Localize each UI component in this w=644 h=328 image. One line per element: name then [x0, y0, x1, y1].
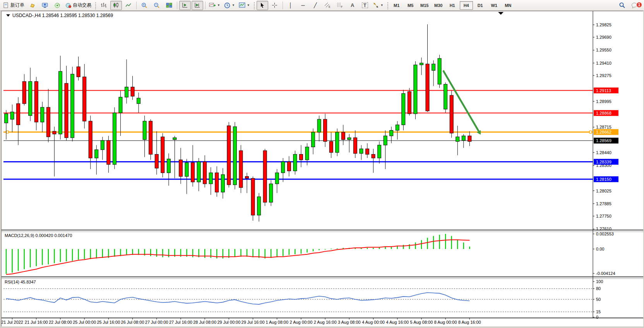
macd-histogram-bar — [90, 249, 91, 259]
candle-body — [336, 132, 339, 152]
time-tick-label: 28 Jul 08:00 — [193, 320, 216, 325]
horizontal-line-button[interactable]: ─ — [297, 1, 309, 10]
chart-shift-icon — [182, 2, 188, 8]
price-chart[interactable]: 1.298251.296901.295501.294101.292751.289… — [2, 11, 643, 326]
toolbar-grip — [94, 2, 96, 9]
candle-body — [77, 67, 80, 77]
candle-body — [83, 77, 86, 121]
time-tick-label: 25 Jul 16:00 — [97, 320, 120, 325]
time-tick-label: 22 Jul 08:00 — [49, 320, 72, 325]
candlestick-chart-button[interactable] — [110, 1, 122, 10]
macd-label: MACD(12,26,9) 0.000420 0.001470 — [5, 233, 72, 238]
label-tool-button[interactable]: T — [359, 1, 371, 10]
timeframe-button-h1[interactable]: H1 — [446, 1, 459, 10]
candlestick-chart-icon — [113, 2, 119, 8]
fibonacci-button[interactable]: F — [334, 1, 346, 10]
text-tool-button[interactable]: A — [347, 1, 358, 10]
chart-background[interactable] — [2, 11, 643, 326]
chart-shift-button[interactable] — [179, 1, 191, 10]
line-chart-button[interactable] — [123, 1, 134, 10]
zoom-in-button[interactable] — [139, 1, 150, 10]
candle-body — [396, 125, 399, 130]
add-indicator-button[interactable]: ▼ — [207, 1, 222, 10]
candle-body — [95, 150, 98, 158]
vertical-line-button[interactable]: │ — [285, 1, 296, 10]
price-tick-label: 1.29690 — [596, 35, 611, 39]
chart-title: USDCAD-,H4 1.28546 1.28595 1.28530 1.285… — [12, 13, 113, 18]
new-order-label: 新订单 — [10, 2, 24, 9]
fibonacci-icon: F — [337, 2, 343, 8]
line-handle[interactable] — [6, 131, 9, 133]
zoom-out-icon — [154, 2, 160, 9]
timeframe-button-m15[interactable]: M15 — [418, 1, 431, 10]
timeframe-button-m1[interactable]: M1 — [390, 1, 403, 10]
candle-body — [317, 119, 321, 132]
macd-histogram-bar — [211, 249, 211, 258]
bar-chart-icon — [101, 2, 107, 8]
line-handle[interactable] — [589, 131, 592, 133]
price-level-badge-label: 1.28569 — [596, 138, 611, 143]
candle-body — [251, 178, 255, 215]
macd-histogram-bar — [409, 244, 410, 249]
timeframe-button-h4[interactable]: H4 — [460, 1, 473, 10]
macd-histogram-bar — [42, 249, 43, 265]
macd-histogram-bar — [240, 249, 241, 257]
candle-body — [378, 145, 381, 158]
candle-body — [450, 95, 453, 133]
crosshair-icon — [272, 2, 277, 8]
time-tick-label: 29 Jul 16:00 — [242, 320, 265, 325]
macd-histogram-bar — [48, 249, 49, 264]
candle-body — [402, 93, 405, 125]
auto-scroll-button[interactable] — [192, 1, 203, 10]
candle-body — [137, 98, 140, 103]
time-tick-label: 3 Aug 08:00 — [338, 320, 361, 325]
gold-icon — [29, 3, 36, 8]
candle-body — [360, 149, 363, 153]
macd-histogram-bar — [427, 238, 428, 249]
price-tick-label: 1.29825 — [596, 22, 611, 27]
market-watch-button[interactable] — [27, 1, 38, 10]
timeframe-button-mn[interactable]: MN — [502, 1, 515, 10]
macd-histogram-bar — [150, 249, 151, 256]
candle-body — [161, 137, 164, 173]
periods-button[interactable]: ▼ — [223, 1, 236, 10]
cursor-button[interactable] — [257, 1, 268, 10]
equidistant-channel-button[interactable]: E — [322, 1, 334, 10]
time-tick-label: 4 Aug 00:00 — [362, 320, 385, 325]
candle-body — [71, 74, 74, 137]
macd-histogram-bar — [126, 249, 127, 255]
timeframe-button-d1[interactable]: D1 — [474, 1, 487, 10]
candle-body — [414, 65, 417, 114]
candle-body — [245, 177, 249, 179]
rsi-tick-label: 0 — [596, 315, 598, 319]
macd-histogram-bar — [439, 235, 440, 249]
notifications-button[interactable]: 1 — [629, 1, 640, 10]
tile-windows-button[interactable] — [163, 1, 175, 10]
signals-button[interactable] — [51, 1, 63, 10]
zoom-out-button[interactable] — [151, 1, 163, 10]
shapes-button[interactable]: ▼ — [372, 1, 385, 10]
timeframe-button-w1[interactable]: W1 — [488, 1, 501, 10]
timeframe-button-m30[interactable]: M30 — [432, 1, 445, 10]
new-order-button[interactable]: 新订单 — [2, 1, 26, 10]
terminal-button[interactable] — [39, 1, 51, 10]
macd-tick-label: 0.00 — [596, 247, 604, 251]
candle-body — [107, 141, 110, 165]
bar-chart-button[interactable] — [98, 1, 110, 10]
timeframe-button-m5[interactable]: M5 — [404, 1, 417, 10]
crosshair-button[interactable] — [269, 1, 281, 10]
trendline-button[interactable]: ╱ — [310, 1, 321, 10]
trendline-icon: ╱ — [314, 3, 317, 8]
macd-histogram-bar — [204, 249, 205, 258]
dropdown-caret: ▼ — [247, 3, 250, 7]
search-button[interactable] — [616, 1, 628, 10]
autotrading-button[interactable]: 自动交易 — [64, 1, 93, 10]
search-icon — [619, 2, 625, 9]
templates-button[interactable]: ▼ — [237, 1, 252, 10]
candle-body — [5, 114, 8, 123]
time-tick-label: 27 Jul 16:00 — [169, 320, 192, 325]
candle-body — [324, 119, 327, 141]
candle-body — [89, 121, 92, 158]
sonar-icon — [54, 2, 60, 8]
candle-body — [34, 81, 38, 122]
